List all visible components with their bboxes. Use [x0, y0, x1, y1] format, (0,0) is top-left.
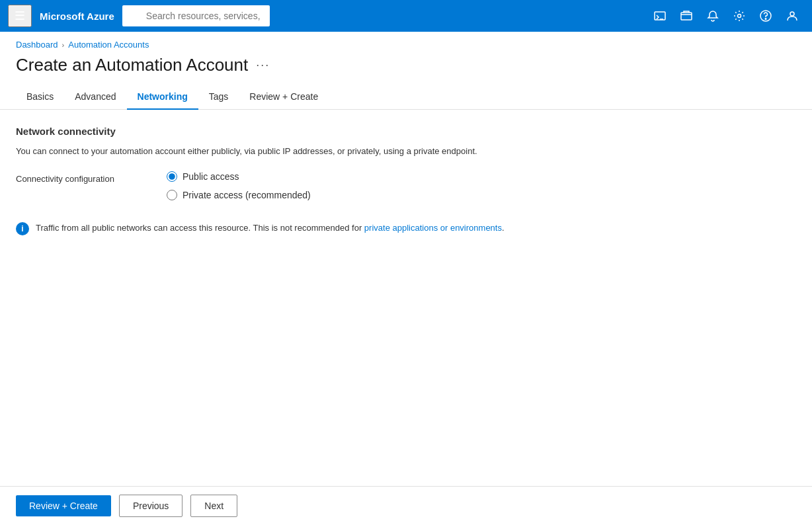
directory-icon[interactable]: [674, 4, 698, 28]
page-title: Create an Automation Account: [16, 55, 248, 75]
settings-icon[interactable]: [727, 4, 751, 28]
tab-basics[interactable]: Basics: [16, 86, 64, 110]
cloud-shell-icon[interactable]: [648, 4, 672, 28]
breadcrumb-dashboard[interactable]: Dashboard: [16, 40, 58, 50]
header-icons: [648, 4, 804, 28]
tab-review-create[interactable]: Review + Create: [239, 86, 329, 110]
search-wrap: 🔍: [122, 5, 493, 26]
tab-tags[interactable]: Tags: [198, 86, 239, 110]
hamburger-icon[interactable]: ☰: [8, 5, 32, 27]
help-icon[interactable]: [754, 4, 778, 28]
breadcrumb-automation-accounts[interactable]: Automation Accounts: [68, 40, 149, 50]
svg-point-5: [765, 19, 766, 20]
radio-private-access[interactable]: Private access (recommended): [167, 190, 311, 200]
svg-rect-0: [655, 12, 665, 20]
connectivity-label: Connectivity configuration: [16, 171, 135, 184]
notification-icon[interactable]: [701, 4, 725, 28]
svg-point-6: [790, 12, 794, 16]
tabs: Basics Advanced Networking Tags Review +…: [0, 86, 812, 110]
header: ☰ Microsoft Azure 🔍: [0, 0, 812, 32]
svg-rect-2: [681, 13, 692, 20]
svg-point-3: [738, 15, 741, 18]
radio-public-access[interactable]: Public access: [167, 171, 311, 182]
main-content: Network connectivity You can connect to …: [0, 110, 812, 259]
connectivity-config-row: Connectivity configuration Public access…: [16, 171, 796, 200]
breadcrumb: Dashboard › Automation Accounts: [0, 32, 812, 52]
search-input[interactable]: [122, 5, 270, 26]
info-icon: i: [16, 222, 29, 235]
radio-public-label: Public access: [183, 171, 239, 182]
section-desc: You can connect to your automation accou…: [16, 145, 796, 158]
azure-logo: Microsoft Azure: [40, 11, 114, 22]
radio-group: Public access Private access (recommende…: [167, 171, 311, 200]
info-box: i Traffic from all public networks can a…: [16, 214, 518, 243]
page-title-area: Create an Automation Account ···: [0, 52, 812, 86]
section-title: Network connectivity: [16, 126, 796, 137]
radio-private-input[interactable]: [167, 190, 177, 200]
tab-networking[interactable]: Networking: [127, 86, 198, 110]
radio-public-input[interactable]: [167, 171, 177, 182]
info-text: Traffic from all public networks can acc…: [36, 222, 505, 235]
radio-private-label: Private access (recommended): [183, 190, 311, 200]
tab-advanced[interactable]: Advanced: [64, 86, 126, 110]
page-menu-icon[interactable]: ···: [256, 58, 270, 72]
breadcrumb-sep-1: ›: [62, 41, 65, 49]
account-icon[interactable]: [780, 4, 804, 28]
info-link[interactable]: private applications or environments: [364, 223, 502, 233]
